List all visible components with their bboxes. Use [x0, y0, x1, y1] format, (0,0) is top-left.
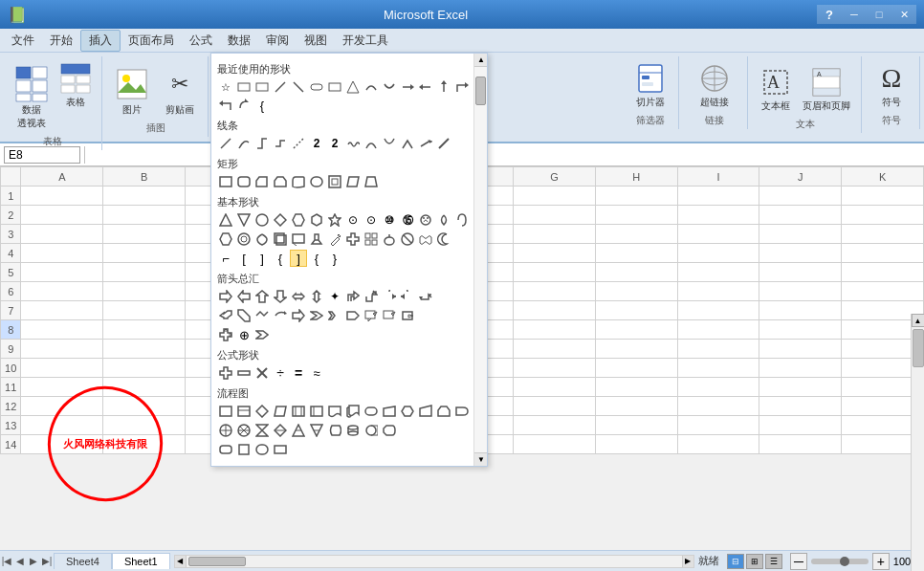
- line-elbow3[interactable]: [290, 135, 307, 152]
- flow-data[interactable]: [272, 403, 289, 420]
- flow-loop-limit[interactable]: [435, 403, 452, 420]
- shape-rect1[interactable]: [235, 78, 253, 96]
- basic-bracket3[interactable]: ]: [253, 250, 271, 267]
- arrow-plus[interactable]: [217, 326, 234, 343]
- cell-b12[interactable]: [103, 397, 186, 416]
- cell-i14[interactable]: [677, 435, 759, 454]
- shape-scroll-up[interactable]: ▲: [474, 54, 488, 67]
- shape-star[interactable]: ☆: [217, 78, 234, 96]
- text-box-button[interactable]: A 文本框: [756, 62, 796, 116]
- cell-b9[interactable]: [103, 340, 186, 359]
- flow-rounded2[interactable]: [253, 441, 271, 458]
- formula-plus[interactable]: [217, 364, 234, 382]
- cell-j5[interactable]: [759, 263, 842, 282]
- formula-multiply[interactable]: [253, 364, 271, 382]
- basic-shape-10[interactable]: ⑩: [381, 211, 398, 229]
- cell-g3[interactable]: [514, 225, 596, 244]
- cell-j14[interactable]: [759, 435, 842, 454]
- rect-round-snip[interactable]: [290, 173, 307, 190]
- view-page-icon[interactable]: ☰: [765, 554, 782, 569]
- rect-round2[interactable]: [308, 173, 325, 190]
- menu-item-layout[interactable]: 页面布局: [121, 31, 182, 51]
- col-header-j[interactable]: J: [759, 167, 842, 187]
- menu-item-developer[interactable]: 开发工具: [335, 31, 396, 51]
- formula-equal[interactable]: =: [290, 364, 307, 382]
- arrow-pentagon[interactable]: [344, 307, 362, 324]
- zoom-out-button[interactable]: ─: [790, 553, 807, 570]
- shape-rect2[interactable]: [253, 78, 271, 96]
- hscroll-right-btn[interactable]: ▶: [682, 556, 693, 567]
- cell-a3[interactable]: [21, 225, 103, 244]
- cell-b14[interactable]: [103, 435, 186, 454]
- line-bent[interactable]: [435, 135, 452, 152]
- cell-a10[interactable]: [21, 359, 103, 378]
- flow-internal[interactable]: [308, 403, 325, 420]
- cell-j6[interactable]: [759, 282, 842, 301]
- cell-b3[interactable]: [103, 225, 186, 244]
- arrow-double-chevron[interactable]: [326, 307, 343, 324]
- basic-shape-15[interactable]: [217, 231, 234, 248]
- cell-b7[interactable]: [103, 301, 186, 320]
- flow-rect[interactable]: [272, 441, 289, 458]
- cell-i6[interactable]: [677, 282, 759, 301]
- arrow-circular[interactable]: ⊕: [235, 326, 253, 343]
- flow-or[interactable]: [235, 422, 253, 439]
- shape-triangle1[interactable]: [344, 78, 362, 96]
- cell-b10[interactable]: [103, 359, 186, 378]
- cell-j1[interactable]: [759, 187, 842, 206]
- cell-g11[interactable]: [514, 378, 596, 397]
- basic-shape-9[interactable]: ⊙: [363, 211, 380, 229]
- cell-j7[interactable]: [759, 301, 842, 320]
- scroll-track-v[interactable]: [912, 327, 925, 571]
- cell-b8[interactable]: [103, 320, 186, 340]
- arrow-u[interactable]: [363, 288, 380, 305]
- cell-h3[interactable]: [595, 225, 677, 244]
- scroll-up-button[interactable]: ▲: [912, 314, 925, 327]
- cell-a14[interactable]: [21, 435, 103, 454]
- shape-elbow2[interactable]: [217, 97, 234, 114]
- arrow-bent-r[interactable]: [344, 288, 362, 305]
- basic-shape-8[interactable]: ⊙: [344, 211, 362, 229]
- formula-minus[interactable]: [235, 364, 253, 382]
- basic-shape-6[interactable]: [308, 211, 325, 229]
- flow-stored-data[interactable]: [326, 422, 343, 439]
- cell-i11[interactable]: [677, 378, 759, 397]
- cell-k4[interactable]: [842, 244, 924, 263]
- basic-shape-7[interactable]: [326, 211, 343, 229]
- shape-arrow3[interactable]: [435, 78, 452, 96]
- shape-curve1[interactable]: [363, 78, 380, 96]
- cell-g4[interactable]: [514, 244, 596, 263]
- cell-a1[interactable]: [21, 187, 103, 206]
- basic-shape-4[interactable]: [272, 211, 289, 229]
- flow-sequential[interactable]: [217, 422, 234, 439]
- rect-para[interactable]: [344, 173, 362, 190]
- flow-preparation[interactable]: [399, 403, 416, 420]
- line-num2[interactable]: 2: [308, 135, 325, 152]
- sheet-nav-next[interactable]: ▶: [27, 552, 40, 571]
- horizontal-scrollbar[interactable]: ◀ ▶: [174, 555, 694, 568]
- view-layout-icon[interactable]: ⊞: [746, 554, 763, 569]
- shape-curved-arrow[interactable]: [235, 97, 253, 114]
- cell-a2[interactable]: [21, 206, 103, 225]
- line-arrow[interactable]: [417, 135, 434, 152]
- cell-i10[interactable]: [677, 359, 759, 378]
- basic-shape-oval[interactable]: [381, 231, 398, 248]
- shape-scroll-thumb[interactable]: [475, 77, 486, 105]
- cell-g8[interactable]: [514, 320, 596, 340]
- cell-i2[interactable]: [677, 206, 759, 225]
- basic-bracket7[interactable]: }: [326, 250, 343, 267]
- flow-manual[interactable]: [381, 403, 398, 420]
- cell-k5[interactable]: [842, 263, 924, 282]
- cell-j12[interactable]: [759, 397, 842, 416]
- cell-i7[interactable]: [677, 301, 759, 320]
- header-footer-button[interactable]: A 页眉和页脚: [798, 62, 855, 116]
- cell-a11[interactable]: [21, 378, 103, 397]
- cell-h13[interactable]: [595, 416, 677, 435]
- basic-shape-3[interactable]: [253, 211, 271, 229]
- cell-a13[interactable]: [21, 416, 103, 435]
- col-header-g[interactable]: G: [514, 167, 596, 187]
- shape-line1[interactable]: [272, 78, 289, 96]
- cell-h6[interactable]: [595, 282, 677, 301]
- col-header-h[interactable]: H: [595, 167, 677, 187]
- cell-h5[interactable]: [595, 263, 677, 282]
